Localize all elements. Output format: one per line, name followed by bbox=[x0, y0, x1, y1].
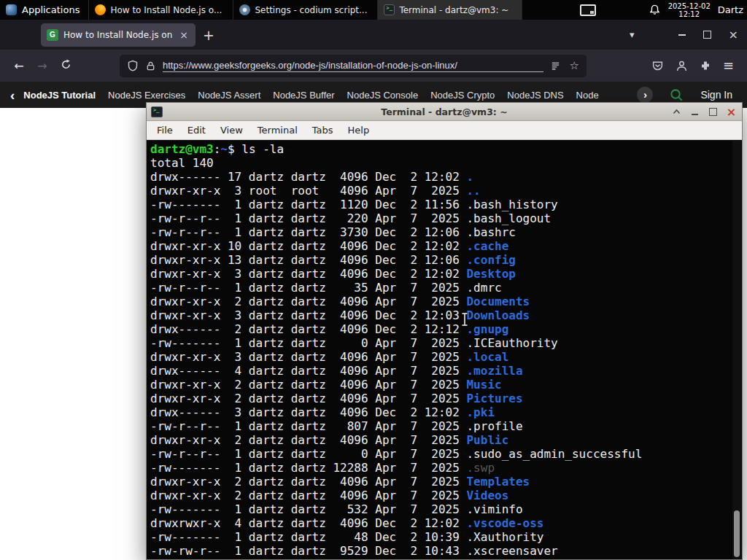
gfg-nav-item[interactable]: NodeJS DNS bbox=[507, 90, 563, 101]
terminal-output-line: -rw-r--r-- 1 dartz dartz 3730 Dec 2 12:0… bbox=[150, 225, 741, 239]
file-name: Music bbox=[466, 378, 501, 392]
terminal-menu-file[interactable]: File bbox=[150, 125, 180, 136]
file-name: .viminfo bbox=[466, 502, 522, 516]
file-attributes: drwx------ 2 dartz dartz 4096 Dec 2 12:1… bbox=[150, 322, 466, 336]
applications-menu-button[interactable]: Applications bbox=[0, 0, 89, 20]
minimize-button[interactable] bbox=[689, 106, 701, 118]
taskbar-button-label: How to Install Node.js o... bbox=[110, 5, 222, 15]
mouse-cursor bbox=[460, 312, 469, 330]
top-panel: Applications How to Install Node.js o...… bbox=[0, 0, 747, 20]
file-name: .dmrc bbox=[466, 281, 501, 295]
search-icon[interactable] bbox=[669, 88, 684, 103]
file-attributes: drwxr-xr-x 2 dartz dartz 4096 Apr 7 2025 bbox=[150, 392, 466, 405]
clock[interactable]: 2025-12-02 12:12 bbox=[668, 2, 711, 18]
nav-scroll-left-icon[interactable]: ‹ bbox=[10, 88, 15, 102]
file-name: .bash_logout bbox=[466, 211, 551, 225]
terminal-output-line: -rw------- 1 dartz dartz 532 Apr 7 2025 … bbox=[150, 502, 741, 516]
tab-bar: G How to Install Node.js on × + ▾ × bbox=[0, 20, 747, 50]
settings-icon bbox=[239, 4, 250, 15]
reload-button[interactable] bbox=[54, 59, 77, 73]
notification-bell-icon[interactable] bbox=[649, 4, 661, 16]
prompt-path: ~ bbox=[220, 142, 228, 156]
shade-button[interactable] bbox=[670, 106, 683, 118]
lock-icon[interactable] bbox=[145, 61, 156, 71]
clock-time: 12:12 bbox=[668, 10, 711, 18]
file-name: .config bbox=[466, 253, 515, 267]
taskbar-button[interactable]: Settings - codium script... bbox=[233, 0, 378, 20]
file-name: Downloads bbox=[466, 308, 530, 322]
maximize-button[interactable] bbox=[707, 106, 719, 118]
taskbar-button[interactable]: How to Install Node.js o... bbox=[89, 0, 233, 20]
file-attributes: drwxr-xr-x 3 root root 4096 Apr 7 2025 bbox=[150, 184, 466, 198]
file-attributes: drwxr-xr-x 2 dartz dartz 4096 Apr 7 2025 bbox=[150, 489, 466, 502]
gfg-nav-item[interactable]: NodeJS Crypto bbox=[430, 90, 495, 101]
terminal-output-line: drwxr-xr-x 2 dartz dartz 4096 Apr 7 2025… bbox=[150, 475, 741, 489]
nav-scroll-right-icon[interactable]: › bbox=[637, 87, 653, 103]
window-close-button[interactable]: × bbox=[720, 28, 747, 42]
system-tray: 2025-12-02 12:12 Dartz bbox=[580, 0, 747, 20]
new-tab-button[interactable]: + bbox=[196, 27, 222, 43]
terminal-prompt-line: dartz@vm3:~$ ls -la bbox=[150, 142, 741, 156]
file-name: Videos bbox=[466, 489, 508, 502]
scrollbar-thumb[interactable] bbox=[734, 510, 740, 557]
url-text[interactable]: https://www.geeksforgeeks.org/node-js/in… bbox=[163, 60, 543, 72]
file-attributes: drwxrwxr-x 4 dartz dartz 4096 Dec 2 12:0… bbox=[150, 516, 466, 530]
terminal-menu-tabs[interactable]: Tabs bbox=[305, 125, 341, 136]
tray-window-icon[interactable] bbox=[580, 4, 596, 16]
app-menu-icon[interactable]: ≡ bbox=[723, 59, 734, 72]
terminal-scrollbar[interactable] bbox=[732, 141, 741, 559]
terminal-total-line: total 140 bbox=[150, 156, 741, 170]
gfg-nav-right: › Sign In bbox=[637, 87, 737, 103]
tracking-shield-icon[interactable] bbox=[127, 60, 139, 71]
taskbar-button[interactable]: Terminal - dartz@vm3: ~ bbox=[378, 0, 522, 20]
terminal-output-line: drwxr-xr-x 3 root root 4096 Apr 7 2025 .… bbox=[150, 184, 741, 198]
file-attributes: drwxr-xr-x 2 dartz dartz 4096 Apr 7 2025 bbox=[150, 295, 466, 308]
terminal-menu-edit[interactable]: Edit bbox=[180, 125, 213, 136]
file-attributes: -rw-r--r-- 1 dartz dartz 0 Apr 7 2025 bbox=[150, 447, 466, 461]
window-maximize-button[interactable] bbox=[694, 31, 720, 39]
file-name: .pki bbox=[466, 405, 495, 419]
window-minimize-button[interactable] bbox=[670, 34, 694, 36]
bookmark-star-icon[interactable]: ☆ bbox=[570, 59, 579, 72]
extensions-icon[interactable] bbox=[700, 60, 711, 71]
close-button[interactable]: × bbox=[725, 106, 738, 118]
terminal-menu-terminal[interactable]: Terminal bbox=[250, 125, 305, 136]
terminal-titlebar[interactable]: Terminal - dartz@vm3: ~ × bbox=[147, 103, 742, 121]
terminal-output-line: drwxr-xr-x 3 dartz dartz 4096 Dec 2 12:0… bbox=[150, 267, 741, 281]
gfg-nav-item[interactable]: NodeJS Buffer bbox=[273, 90, 334, 101]
file-name: .vscode-oss bbox=[466, 516, 543, 530]
file-attributes: drwx------ 17 dartz dartz 4096 Dec 2 12:… bbox=[150, 170, 466, 184]
gfg-nav-item[interactable]: NodeJS Tutorial bbox=[23, 90, 96, 101]
gfg-nav-item[interactable]: NodeJS Assert bbox=[198, 90, 260, 101]
pocket-icon[interactable] bbox=[651, 60, 664, 72]
gfg-nav-item[interactable]: NodeJS Exercises bbox=[108, 90, 185, 101]
tab-close-icon[interactable]: × bbox=[178, 29, 190, 41]
file-name: .mozilla bbox=[466, 364, 522, 378]
reader-mode-icon[interactable] bbox=[550, 61, 561, 71]
terminal-menu-help[interactable]: Help bbox=[341, 125, 377, 136]
terminal-output-line: -rw------- 1 dartz dartz 1120 Dec 2 11:5… bbox=[150, 198, 741, 211]
url-bar[interactable]: https://www.geeksforgeeks.org/node-js/in… bbox=[120, 55, 587, 77]
file-attributes: drwxr-xr-x 2 dartz dartz 4096 Apr 7 2025 bbox=[150, 475, 466, 489]
file-name: .profile bbox=[466, 419, 522, 433]
account-icon[interactable] bbox=[676, 60, 688, 72]
sign-in-button[interactable]: Sign In bbox=[700, 89, 732, 101]
user-menu[interactable]: Dartz bbox=[718, 4, 745, 15]
file-name: .bash_history bbox=[466, 198, 557, 211]
terminal-screen[interactable]: dartz@vm3:~$ ls -la total 140 drwx------… bbox=[147, 141, 741, 559]
file-attributes: -rw------- 1 dartz dartz 48 Dec 2 10:39 bbox=[150, 530, 466, 544]
terminal-menu-view[interactable]: View bbox=[213, 125, 250, 136]
back-button[interactable]: ← bbox=[7, 59, 31, 73]
terminal-title: Terminal - dartz@vm3: ~ bbox=[147, 106, 742, 117]
gfg-nav-item[interactable]: NodeJS Console bbox=[347, 90, 419, 101]
taskbar: How to Install Node.js o...Settings - co… bbox=[89, 0, 522, 20]
file-attributes: -rw-r--r-- 1 dartz dartz 35 Apr 7 2025 bbox=[150, 281, 466, 295]
list-tabs-icon[interactable]: ▾ bbox=[621, 29, 643, 40]
desktop: Applications How to Install Node.js o...… bbox=[0, 0, 747, 560]
forward-button[interactable]: → bbox=[31, 59, 54, 73]
browser-tab[interactable]: G How to Install Node.js on × bbox=[41, 23, 196, 47]
terminal-output-line: -rw-r--r-- 1 dartz dartz 35 Apr 7 2025 .… bbox=[150, 281, 741, 295]
window-controls: ▾ × bbox=[621, 28, 747, 42]
terminal-output: drwx------ 17 dartz dartz 4096 Dec 2 12:… bbox=[150, 170, 741, 558]
gfg-nav-item[interactable]: Node bbox=[576, 90, 599, 101]
